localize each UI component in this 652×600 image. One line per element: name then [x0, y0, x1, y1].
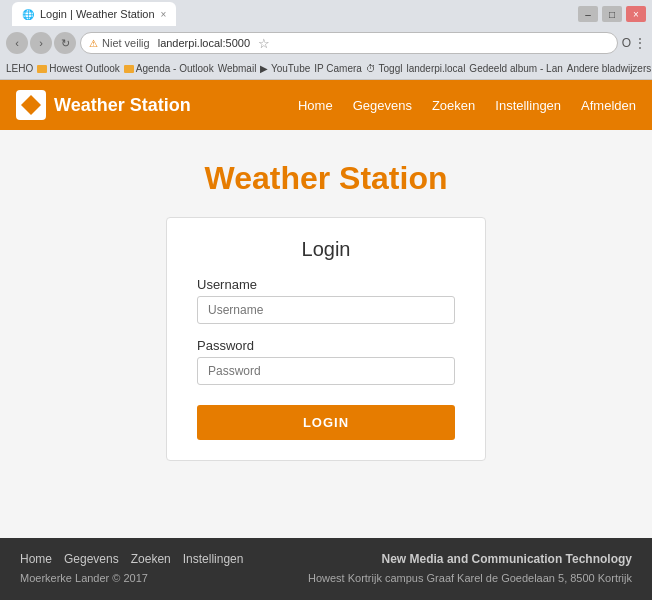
login-title: Login: [197, 238, 455, 261]
nav-home[interactable]: Home: [298, 98, 333, 113]
app-wrapper: Weather Station Home Gegevens Zoeken Ins…: [0, 80, 652, 600]
login-card: Login Username Password LOGIN: [166, 217, 486, 461]
window-controls: – □ ×: [578, 6, 646, 22]
forward-button[interactable]: ›: [30, 32, 52, 54]
footer-link-home[interactable]: Home: [20, 552, 52, 566]
bookmark-youtube[interactable]: ▶ YouTube: [260, 63, 310, 74]
username-label: Username: [197, 277, 455, 292]
security-icon: ⚠: [89, 38, 98, 49]
password-input[interactable]: [197, 357, 455, 385]
footer-link-gegevens[interactable]: Gegevens: [64, 552, 119, 566]
footer-address: Howest Kortrijk campus Graaf Karel de Go…: [308, 570, 632, 587]
bookmark-andere[interactable]: Andere bladwijzers »: [567, 63, 652, 74]
login-button[interactable]: LOGIN: [197, 405, 455, 440]
password-label: Password: [197, 338, 455, 353]
brand-icon-inner: [21, 95, 41, 115]
footer-link-instellingen[interactable]: Instellingen: [183, 552, 244, 566]
nav-gegevens[interactable]: Gegevens: [353, 98, 412, 113]
page-heading: Weather Station: [205, 160, 448, 197]
tab-title: Login | Weather Station: [40, 8, 155, 20]
browser-right-icons: O ⋮: [622, 36, 646, 50]
nav-instellingen[interactable]: Instellingen: [495, 98, 561, 113]
nav-zoeken[interactable]: Zoeken: [432, 98, 475, 113]
active-tab[interactable]: 🌐 Login | Weather Station ×: [12, 2, 176, 26]
footer-copyright: Moerkerke Lander © 2017: [20, 572, 243, 584]
bookmark-toggl[interactable]: ⏱ Toggl: [366, 63, 403, 74]
footer-nav: Home Gegevens Zoeken Instellingen: [20, 552, 243, 566]
back-button[interactable]: ‹: [6, 32, 28, 54]
navbar: Weather Station Home Gegevens Zoeken Ins…: [0, 80, 652, 130]
bookmark-star[interactable]: ☆: [258, 36, 270, 51]
menu-icon[interactable]: ⋮: [634, 36, 646, 50]
minimize-button[interactable]: –: [578, 6, 598, 22]
bookmark-leho[interactable]: LEHO: [6, 63, 33, 74]
reload-button[interactable]: ↻: [54, 32, 76, 54]
title-bar: 🌐 Login | Weather Station × – □ ×: [0, 0, 652, 28]
footer-org-name: New Media and Communication Technology: [308, 552, 632, 566]
close-button[interactable]: ×: [626, 6, 646, 22]
bookmarks-bar: LEHO Howest Outlook Agenda - Outlook Web…: [0, 58, 652, 80]
opera-icon[interactable]: O: [622, 36, 631, 50]
security-label: Niet veilig: [102, 37, 150, 49]
tab-close-button[interactable]: ×: [161, 9, 167, 20]
bookmark-webmail[interactable]: Webmail: [218, 63, 257, 74]
username-input[interactable]: [197, 296, 455, 324]
address-bar-row: ‹ › ↻ ⚠ Niet veilig landerpi.local:5000 …: [0, 28, 652, 58]
footer-link-zoeken[interactable]: Zoeken: [131, 552, 171, 566]
navbar-brand: Weather Station: [16, 90, 298, 120]
bookmark-landerpi[interactable]: landerpi.local: [406, 63, 465, 74]
bookmark-agenda[interactable]: Agenda - Outlook: [124, 63, 214, 74]
footer-left: Home Gegevens Zoeken Instellingen Moerke…: [20, 552, 243, 587]
address-url: landerpi.local:5000: [158, 37, 250, 49]
main-content: Weather Station Login Username Password …: [0, 130, 652, 538]
brand-icon: [16, 90, 46, 120]
navbar-nav: Home Gegevens Zoeken Instellingen Afmeld…: [298, 98, 636, 113]
tab-icon: 🌐: [22, 9, 34, 20]
bookmark-gedeeld[interactable]: Gedeeld album - Lan: [469, 63, 562, 74]
address-box[interactable]: ⚠ Niet veilig landerpi.local:5000 ☆: [80, 32, 618, 54]
username-group: Username: [197, 277, 455, 324]
bookmark-ipcamera[interactable]: IP Camera: [314, 63, 362, 74]
brand-name: Weather Station: [54, 95, 191, 116]
footer-right: New Media and Communication Technology H…: [308, 552, 632, 587]
footer: Home Gegevens Zoeken Instellingen Moerke…: [0, 538, 652, 601]
bookmark-howest-outlook[interactable]: Howest Outlook: [37, 63, 120, 74]
maximize-button[interactable]: □: [602, 6, 622, 22]
nav-afmelden[interactable]: Afmelden: [581, 98, 636, 113]
password-group: Password: [197, 338, 455, 385]
